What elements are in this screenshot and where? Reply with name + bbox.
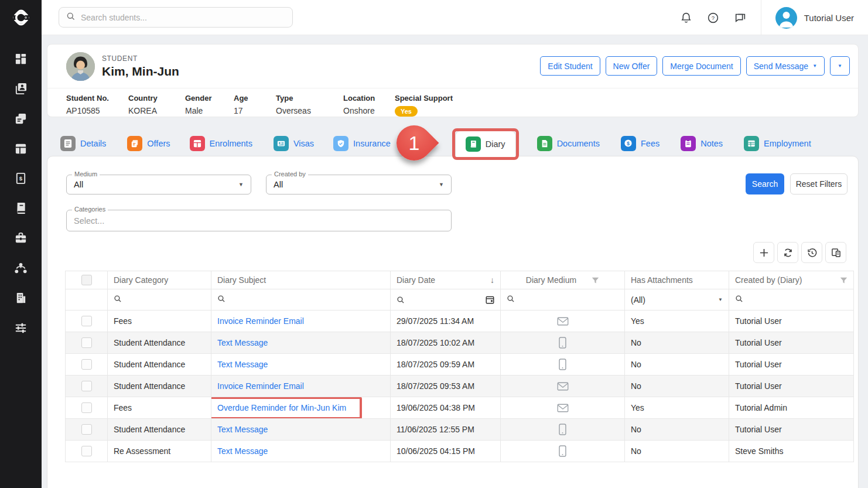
tab-documents[interactable]: Documents: [537, 136, 600, 151]
created-by-cell: Tutorial Admin: [729, 397, 854, 419]
sidebar-item-settings-icon[interactable]: [11, 320, 32, 335]
merge-document-button[interactable]: Merge Document: [662, 56, 740, 76]
diary-subject-link[interactable]: Text Message: [217, 446, 268, 456]
sidebar-item-fees-icon[interactable]: $: [11, 171, 32, 185]
student-card: STUDENT Kim, Min-Jun Edit Student New Of…: [47, 44, 859, 117]
student-age: 17: [234, 106, 276, 115]
row-checkbox[interactable]: [81, 424, 92, 435]
created-by-filter-select[interactable]: Created by All ▼: [266, 175, 452, 194]
tab-diary[interactable]: Diary 1: [455, 131, 516, 158]
tab-visas[interactable]: Visas: [274, 136, 314, 151]
diary-category-cell: Re Assessment: [108, 441, 211, 462]
tab-employment[interactable]: Employment: [744, 136, 811, 151]
row-checkbox[interactable]: [81, 446, 92, 456]
notifications-bell-icon[interactable]: [673, 6, 700, 29]
diary-medium-cell: [501, 419, 625, 441]
diary-subject-link[interactable]: Invoice Reminder Email: [217, 381, 304, 391]
medium-filter-input[interactable]: [501, 289, 625, 310]
student-search[interactable]: [59, 7, 293, 28]
email-icon: [557, 404, 569, 412]
tab-insurance[interactable]: Insurance: [333, 136, 391, 151]
sidebar-item-enrolments-icon[interactable]: [11, 141, 32, 155]
messages-icon[interactable]: [727, 6, 754, 29]
col-created-by[interactable]: Created by (Diary): [729, 271, 854, 289]
reset-filters-button[interactable]: Reset Filters: [790, 173, 848, 194]
sidebar-item-campus-icon[interactable]: [11, 291, 32, 305]
table-row: Student Attendance Invoice Reminder Emai…: [66, 376, 854, 397]
attachments-cell: No: [625, 354, 729, 376]
phone-icon: [559, 424, 566, 435]
diary-subject-link[interactable]: Text Message: [217, 338, 268, 347]
tab-notes[interactable]: Notes: [681, 136, 723, 151]
search-button[interactable]: Search: [746, 173, 784, 194]
row-checkbox[interactable]: [81, 316, 92, 326]
info-label: Country: [128, 94, 185, 103]
sidebar-item-dashboard-icon[interactable]: [11, 52, 32, 66]
created-by-filter-input[interactable]: [729, 289, 854, 310]
row-checkbox[interactable]: [81, 381, 92, 391]
sidebar-item-courses-icon[interactable]: [11, 201, 32, 215]
select-all-checkbox[interactable]: [81, 275, 92, 285]
student-type: Overseas: [276, 106, 343, 115]
sidebar-item-students-icon[interactable]: [11, 81, 32, 95]
svg-text:$: $: [19, 175, 23, 182]
row-checkbox[interactable]: [81, 402, 92, 413]
filter-funnel-icon: [592, 277, 599, 284]
col-diary-date[interactable]: Diary Date↓: [391, 271, 501, 289]
send-message-button[interactable]: Send Message▼: [746, 56, 825, 76]
categories-filter-select[interactable]: Categories Select...: [66, 210, 452, 231]
attachments-filter-dropdown[interactable]: (All)▼: [625, 289, 729, 310]
created-by-cell: Tutorial User: [729, 419, 854, 441]
user-menu[interactable]: Tutorial User: [761, 7, 868, 29]
more-actions-button[interactable]: ▼: [830, 56, 850, 76]
grid-header-row: Diary Category Diary Subject Diary Date↓…: [66, 271, 854, 289]
tab-fees[interactable]: $ Fees: [621, 136, 659, 151]
diary-category-cell: Student Attendance: [108, 419, 211, 441]
new-offer-button[interactable]: New Offer: [606, 56, 658, 76]
col-has-attachments[interactable]: Has Attachments: [625, 271, 729, 289]
col-diary-subject[interactable]: Diary Subject: [211, 271, 391, 289]
medium-filter-select[interactable]: Medium All ▼: [66, 175, 251, 194]
info-label: Student No.: [66, 94, 128, 103]
diary-date-cell: 18/07/2025 09:59 AM: [391, 354, 501, 376]
category-filter-input[interactable]: [108, 289, 211, 310]
table-row: Student Attendance Text Message 18/07/20…: [66, 354, 854, 376]
diary-subject-link[interactable]: Invoice Reminder Email: [217, 316, 304, 326]
col-diary-medium[interactable]: Diary Medium: [501, 271, 625, 289]
insurance-icon: [333, 136, 348, 151]
col-diary-category[interactable]: Diary Category: [108, 271, 211, 289]
row-checkbox[interactable]: [81, 359, 92, 370]
history-icon[interactable]: [801, 242, 822, 263]
email-icon: [557, 317, 569, 326]
sidebar-item-agents-icon[interactable]: [11, 261, 32, 275]
diary-date-cell: 18/07/2025 09:53 AM: [391, 376, 501, 397]
grid-toolbar: [753, 242, 846, 263]
date-filter-input[interactable]: [391, 289, 501, 310]
diary-subject-link[interactable]: Text Message: [217, 425, 268, 434]
sidebar-item-services-icon[interactable]: [11, 231, 32, 245]
grid-filter-row: (All)▼: [66, 289, 854, 310]
diary-grid: Diary Category Diary Subject Diary Date↓…: [65, 271, 853, 462]
help-icon[interactable]: ?: [700, 6, 727, 29]
tab-details[interactable]: Details: [60, 136, 106, 151]
tab-enrolments[interactable]: Enrolments: [190, 136, 252, 151]
notes-icon: [681, 136, 696, 151]
diary-subject-link[interactable]: Overdue Reminder for Min-Jun Kim: [217, 403, 346, 412]
app-logo[interactable]: [0, 0, 42, 35]
add-diary-button[interactable]: [753, 242, 774, 263]
diary-subject-link[interactable]: Text Message: [217, 360, 268, 369]
search-input[interactable]: [81, 13, 285, 22]
row-checkbox[interactable]: [81, 337, 92, 348]
diary-icon: [466, 136, 481, 152]
table-row: Student Attendance Text Message 11/06/20…: [66, 419, 854, 441]
column-chooser-icon[interactable]: [825, 242, 846, 263]
refresh-icon[interactable]: [777, 242, 798, 263]
edit-student-button[interactable]: Edit Student: [540, 56, 600, 76]
info-label: Special Support: [395, 94, 453, 103]
student-photo: [66, 52, 95, 81]
sidebar-item-offers-icon[interactable]: [11, 111, 32, 125]
subject-filter-input[interactable]: [211, 289, 391, 310]
table-row: Fees Overdue Reminder for Min-Jun Kim3 1…: [66, 397, 854, 419]
tab-offers[interactable]: Offers: [127, 136, 170, 151]
diary-date-cell: 19/06/2025 04:38 PM: [391, 397, 501, 419]
